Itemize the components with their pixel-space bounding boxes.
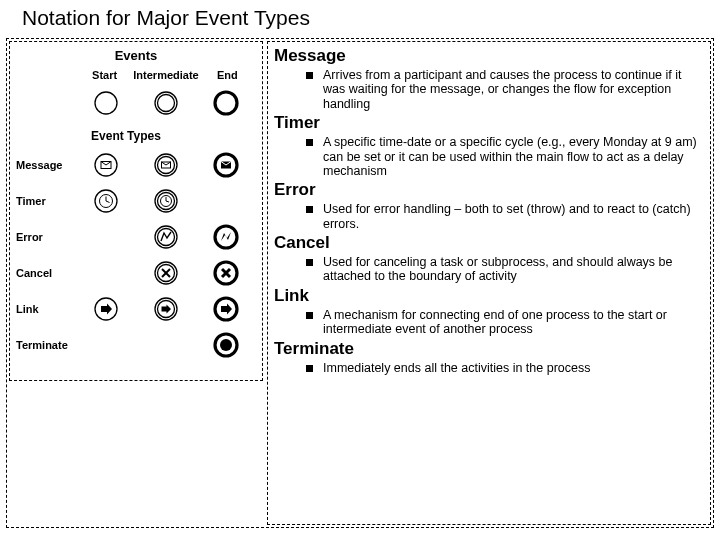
descriptions-panel: Message Arrives from a participant and c… <box>267 41 711 525</box>
section-heading-message: Message <box>274 46 704 66</box>
row-label: Error <box>16 231 76 243</box>
svg-point-35 <box>220 339 232 351</box>
message-end-icon <box>196 151 256 179</box>
intermediate-event-icon <box>136 89 196 117</box>
desc-error: Used for error handling – both to set (t… <box>323 202 704 231</box>
table-subheading: Event Types <box>16 129 256 143</box>
row-terminate: Terminate <box>16 327 256 363</box>
row-timer: Timer <box>16 183 256 219</box>
col-end: End <box>199 69 256 81</box>
desc-timer: A specific time-date or a specific cycle… <box>323 135 704 178</box>
row-label: Cancel <box>16 267 76 279</box>
bullet-icon <box>306 139 313 146</box>
bullet-cancel: Used for canceling a task or subprocess,… <box>274 255 704 284</box>
bullet-terminate: Immediately ends all the activities in t… <box>274 361 704 375</box>
section-heading-cancel: Cancel <box>274 233 704 253</box>
error-end-icon <box>196 223 256 251</box>
desc-cancel: Used for canceling a task or subprocess,… <box>323 255 704 284</box>
end-event-icon <box>196 89 256 117</box>
svg-point-1 <box>155 92 177 114</box>
base-event-row <box>16 85 256 121</box>
row-link: Link <box>16 291 256 327</box>
svg-point-0 <box>95 92 117 114</box>
desc-link: A mechanism for connecting end of one pr… <box>323 308 704 337</box>
section-heading-timer: Timer <box>274 113 704 133</box>
bullet-icon <box>306 365 313 372</box>
col-start: Start <box>76 69 133 81</box>
cancel-intermediate-icon <box>136 259 196 287</box>
bullet-timer: A specific time-date or a specific cycle… <box>274 135 704 178</box>
link-intermediate-icon <box>136 295 196 323</box>
message-start-icon <box>76 151 136 179</box>
table-heading: Events <box>16 48 256 63</box>
bullet-link: A mechanism for connecting end of one pr… <box>274 308 704 337</box>
desc-message: Arrives from a participant and causes th… <box>323 68 704 111</box>
notation-table: Events Start Intermediate End Event Type… <box>9 41 263 381</box>
timer-intermediate-icon <box>136 187 196 215</box>
svg-line-19 <box>166 201 169 202</box>
col-intermediate: Intermediate <box>133 69 198 81</box>
bullet-message: Arrives from a participant and causes th… <box>274 68 704 111</box>
content-frame: Events Start Intermediate End Event Type… <box>6 38 714 528</box>
terminate-end-icon <box>196 331 256 359</box>
section-heading-link: Link <box>274 286 704 306</box>
row-label: Link <box>16 303 76 315</box>
message-intermediate-icon <box>136 151 196 179</box>
section-heading-error: Error <box>274 180 704 200</box>
table-columns: Start Intermediate End <box>16 69 256 81</box>
svg-point-2 <box>158 95 175 112</box>
bullet-error: Used for error handling – both to set (t… <box>274 202 704 231</box>
section-heading-terminate: Terminate <box>274 339 704 359</box>
link-start-icon <box>76 295 136 323</box>
svg-point-22 <box>215 226 237 248</box>
row-message: Message <box>16 147 256 183</box>
bullet-icon <box>306 259 313 266</box>
svg-point-3 <box>215 92 237 114</box>
row-label: Message <box>16 159 76 171</box>
bullet-icon <box>306 72 313 79</box>
svg-line-14 <box>106 201 110 203</box>
row-label: Timer <box>16 195 76 207</box>
bullet-icon <box>306 206 313 213</box>
bullet-icon <box>306 312 313 319</box>
row-label: Terminate <box>16 339 76 351</box>
timer-start-icon <box>76 187 136 215</box>
row-error: Error <box>16 219 256 255</box>
error-intermediate-icon <box>136 223 196 251</box>
cancel-end-icon <box>196 259 256 287</box>
start-event-icon <box>76 89 136 117</box>
link-end-icon <box>196 295 256 323</box>
page-title: Notation for Major Event Types <box>0 0 720 38</box>
desc-terminate: Immediately ends all the activities in t… <box>323 361 591 375</box>
row-cancel: Cancel <box>16 255 256 291</box>
